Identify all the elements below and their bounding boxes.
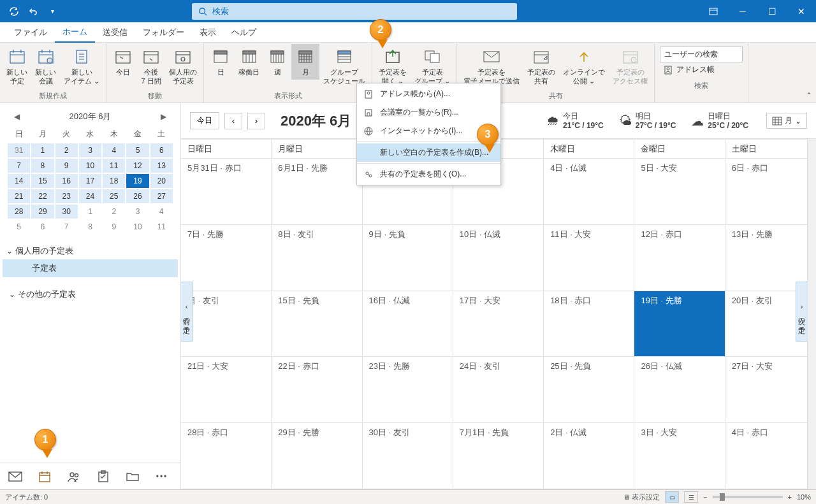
undo-icon[interactable]: [24, 3, 42, 20]
mini-cal-day[interactable]: 23: [55, 189, 78, 203]
calendar-cell[interactable]: 23日 · 先勝: [363, 357, 453, 423]
calendar-cell[interactable]: 15日 · 先負: [272, 291, 362, 357]
search-user-input[interactable]: ユーザーの検索: [660, 47, 743, 62]
view-switcher[interactable]: 月⌄: [766, 113, 807, 129]
calendar-cell[interactable]: 7月1日 · 先負: [453, 423, 544, 489]
mini-cal-next[interactable]: ▶: [157, 111, 170, 122]
ribbon-display-icon[interactable]: [699, 0, 728, 22]
dropdown-open-shared[interactable]: 共有の予定表を開く(O)...: [357, 165, 500, 184]
mini-cal-day[interactable]: 3: [126, 205, 149, 219]
calendar-cell[interactable]: 3日 · 大安: [634, 423, 725, 489]
reading-view-button[interactable]: ☰: [684, 491, 698, 503]
calendar-cell[interactable]: 11日 · 大安: [544, 225, 634, 291]
view-groupschedule-button[interactable]: グループ スケジュール: [319, 44, 369, 89]
new-appointment-button[interactable]: 新しい 予定: [3, 44, 31, 89]
weather-item[interactable]: 🌧今日21°C / 19°C: [546, 112, 604, 130]
calendar-cell[interactable]: 2日 · 仏滅: [544, 423, 634, 489]
calendar-cell[interactable]: 17日 · 大安: [453, 291, 544, 357]
mini-cal-day[interactable]: 12: [126, 159, 149, 173]
calendar-cell[interactable]: 19日 · 先勝: [634, 291, 725, 357]
mini-cal-day[interactable]: 19: [126, 174, 149, 188]
minimize-button[interactable]: ─: [728, 0, 757, 22]
mini-cal-day[interactable]: 27: [150, 189, 173, 203]
mini-cal-day[interactable]: 11: [150, 220, 173, 234]
dropdown-from-internet[interactable]: インターネットから(I)...: [357, 122, 500, 140]
mini-cal-day[interactable]: 6: [150, 143, 173, 157]
calendar-cell[interactable]: 24日 · 友引: [453, 357, 544, 423]
goto-next7-button[interactable]: 今後 7 日間: [137, 44, 165, 89]
calendar-nav-icon[interactable]: [37, 469, 52, 484]
dropdown-create-blank[interactable]: 新しい空白の予定表を作成(B)...: [357, 143, 500, 162]
people-nav-icon[interactable]: [66, 469, 82, 484]
calendar-cell[interactable]: 4日 · 仏滅: [544, 159, 634, 225]
search-box[interactable]: [192, 3, 517, 20]
calendar-cell[interactable]: 25日 · 先負: [544, 357, 634, 423]
mini-cal-day[interactable]: 8: [79, 220, 101, 234]
calendar-permissions-button[interactable]: 予定表の アクセス権: [609, 44, 652, 89]
weather-item[interactable]: ☁日曜日25°C / 20°C: [691, 112, 748, 130]
mail-nav-icon[interactable]: [8, 469, 23, 484]
search-input[interactable]: [212, 6, 511, 16]
mini-cal-day[interactable]: 28: [8, 205, 30, 219]
mini-cal-day[interactable]: 31: [8, 143, 30, 157]
mini-cal-day[interactable]: 24: [79, 189, 101, 203]
tasks-nav-icon[interactable]: [96, 469, 111, 484]
mini-cal-day[interactable]: 13: [150, 159, 173, 173]
cal-next-button[interactable]: ›: [247, 113, 265, 129]
zoom-slider[interactable]: [713, 496, 783, 498]
prev-appointment-handle[interactable]: ‹前の予定: [181, 282, 193, 342]
calendar-cell[interactable]: 12日 · 赤口: [634, 225, 725, 291]
cal-prev-button[interactable]: ‹: [224, 113, 242, 129]
view-month-button[interactable]: 月: [291, 44, 319, 80]
calendar-cell[interactable]: 5日 · 大安: [634, 159, 725, 225]
mini-cal-day[interactable]: 26: [126, 189, 149, 203]
calendar-cell[interactable]: 6月1日 · 先勝: [272, 159, 362, 225]
mini-cal-day[interactable]: 5: [8, 220, 30, 234]
mini-cal-prev[interactable]: ◀: [10, 111, 24, 122]
goto-personal-button[interactable]: 個人用の 予定表: [165, 44, 201, 89]
mini-cal-day[interactable]: 17: [79, 174, 101, 188]
calendar-cell[interactable]: 26日 · 仏滅: [634, 357, 725, 423]
calendar-cell[interactable]: 29日 · 先勝: [272, 423, 362, 489]
mini-cal-day[interactable]: 2: [55, 143, 78, 157]
calendar-cell[interactable]: 7日 · 先勝: [181, 225, 272, 291]
tab-sendreceive[interactable]: 送受信: [95, 23, 135, 42]
calendar-cell[interactable]: 5月31日 · 赤口: [181, 159, 272, 225]
mini-cal-day[interactable]: 3: [79, 143, 101, 157]
mini-cal-day[interactable]: 1: [79, 205, 101, 219]
mini-cal-day[interactable]: 4: [150, 205, 173, 219]
zoom-out-button[interactable]: −: [703, 493, 707, 501]
dropdown-from-roomlist[interactable]: 会議室の一覧から(R)...: [357, 103, 500, 122]
new-items-button[interactable]: 新しい アイテム ⌄: [60, 44, 103, 89]
calendar-cell[interactable]: 28日 · 赤口: [181, 423, 272, 489]
view-week-button[interactable]: 週: [263, 44, 291, 80]
mini-cal-day[interactable]: 10: [126, 220, 149, 234]
view-day-button[interactable]: 日: [207, 44, 235, 80]
mini-cal-day[interactable]: 9: [55, 159, 78, 173]
weather-item[interactable]: 🌤明日27°C / 19°C: [619, 112, 676, 130]
calendar-cell[interactable]: 9日 · 先負: [363, 225, 453, 291]
tab-home[interactable]: ホーム: [55, 22, 95, 43]
mini-cal-day[interactable]: 22: [31, 189, 54, 203]
normal-view-button[interactable]: ▭: [665, 491, 679, 503]
mini-cal-day[interactable]: 18: [103, 174, 125, 188]
qat-customize-icon[interactable]: ▾: [43, 3, 61, 20]
mini-cal-day[interactable]: 30: [55, 205, 78, 219]
display-settings-button[interactable]: 🖥 表示設定: [623, 493, 660, 502]
view-workweek-button[interactable]: 稼働日: [235, 44, 263, 80]
cal-list-other-header[interactable]: その他の予定表: [3, 286, 178, 303]
calendar-cell[interactable]: 30日 · 友引: [363, 423, 453, 489]
calendar-cell[interactable]: 4日 · 赤口: [725, 423, 816, 489]
folder-nav-icon[interactable]: [125, 469, 140, 484]
calendar-groups-button[interactable]: 予定表 グループ ⌄: [411, 44, 454, 89]
calendar-cell[interactable]: 8日 · 友引: [272, 225, 362, 291]
mini-cal-day[interactable]: 11: [103, 159, 125, 173]
cal-list-item-calendar[interactable]: 予定表: [3, 259, 178, 277]
mini-cal-day[interactable]: 2: [103, 205, 125, 219]
new-meeting-button[interactable]: 新しい 会議: [31, 44, 60, 89]
next-appointment-handle[interactable]: ›次の予定: [796, 282, 807, 342]
tab-help[interactable]: ヘルプ: [224, 23, 264, 42]
calendar-cell[interactable]: 22日 · 赤口: [272, 357, 362, 423]
calendar-cell[interactable]: 日 · 友引: [181, 291, 272, 357]
maximize-button[interactable]: ☐: [757, 0, 787, 22]
